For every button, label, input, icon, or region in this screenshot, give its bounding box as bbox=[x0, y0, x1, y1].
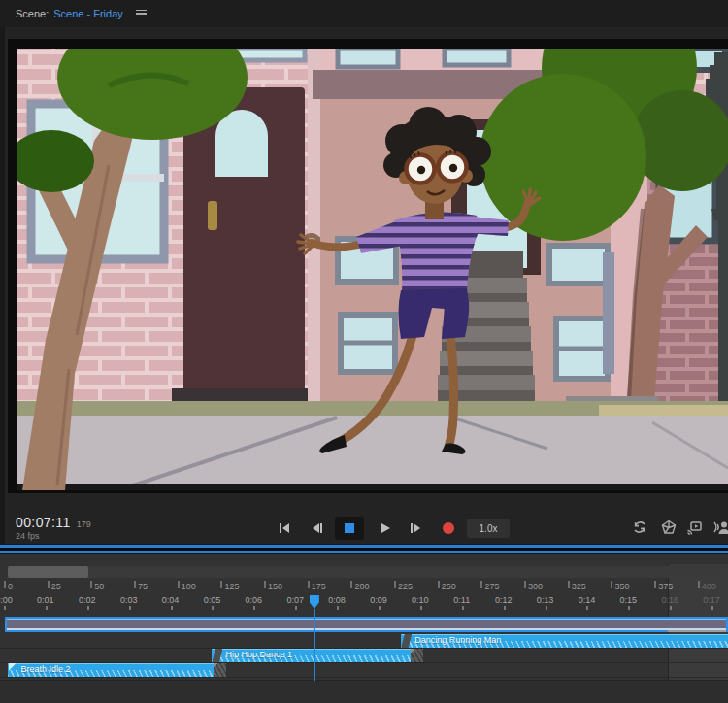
topbar: Scene: Scene - Friday bbox=[0, 0, 728, 27]
timecode-block: 00:07:11179 24 fps bbox=[16, 514, 91, 541]
stream-to-device-icon[interactable] bbox=[685, 519, 705, 538]
camera-mic-input-icon[interactable] bbox=[712, 519, 728, 538]
stop-button[interactable] bbox=[335, 517, 364, 540]
summary-end-segment bbox=[668, 630, 726, 632]
stop-icon bbox=[345, 523, 354, 533]
clip-end-badge bbox=[214, 663, 226, 677]
frame-counter: 179 bbox=[77, 519, 91, 529]
scene-viewport: 00:07:11179 24 fps 1.0x bbox=[0, 27, 728, 544]
play-button[interactable] bbox=[376, 519, 395, 538]
fps-label: 24 fps bbox=[16, 532, 91, 542]
panel-edge bbox=[0, 27, 5, 544]
record-button[interactable] bbox=[439, 519, 458, 538]
playback-speed-button[interactable]: 1.0x bbox=[467, 519, 510, 538]
clip-label: Dancing Running Man bbox=[401, 634, 728, 647]
playhead-line bbox=[314, 609, 315, 681]
transport-bar: 00:07:11179 24 fps 1.0x bbox=[0, 513, 728, 544]
timeline-clip[interactable]: Hip Hop Dance 1 bbox=[212, 649, 423, 662]
previous-frame-button[interactable] bbox=[308, 519, 327, 538]
record-icon bbox=[443, 522, 454, 534]
panel-divider[interactable] bbox=[0, 544, 728, 554]
hamburger-menu-icon[interactable] bbox=[136, 10, 147, 18]
rig-icon[interactable] bbox=[660, 519, 679, 538]
clip-label: Hip Hop Dance 1 bbox=[212, 649, 423, 661]
refresh-scene-icon[interactable] bbox=[631, 519, 650, 538]
scene-canvas[interactable] bbox=[17, 49, 728, 490]
next-frame-button[interactable] bbox=[406, 519, 425, 538]
timeline-summary-track[interactable] bbox=[5, 617, 728, 632]
scene-name-link[interactable]: Scene - Friday bbox=[53, 8, 123, 19]
timeline-panel: 0255075100125150175200225250275300325350… bbox=[0, 554, 728, 703]
scene-label: Scene: bbox=[16, 8, 49, 19]
clip-end-badge bbox=[411, 649, 423, 662]
timecode-display: 00:07:11 bbox=[16, 515, 71, 530]
timeline-clip[interactable]: Breath Idle 2 bbox=[8, 663, 226, 677]
go-to-start-button[interactable] bbox=[275, 519, 294, 538]
clip-label: Breath Idle 2 bbox=[8, 663, 226, 676]
timeline-clip[interactable]: Dancing Running Man bbox=[401, 634, 728, 648]
character-animator-window: Scene: Scene - Friday bbox=[0, 0, 728, 703]
